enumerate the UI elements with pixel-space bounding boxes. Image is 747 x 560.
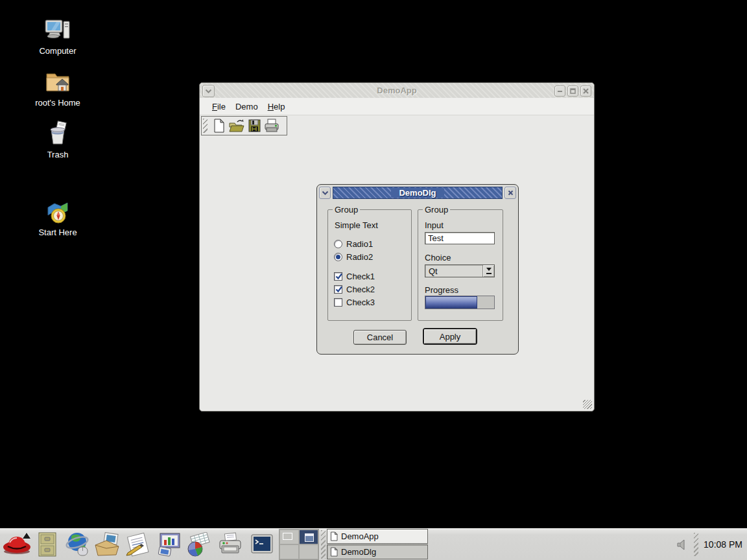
dialog-close-button[interactable] (504, 187, 516, 199)
checkbox-row[interactable]: Check1 (334, 272, 375, 281)
start-here-icon (44, 198, 71, 226)
radio-row[interactable]: Radio2 (334, 252, 373, 262)
progress-bar (425, 296, 495, 309)
spreadsheet-icon (185, 532, 212, 557)
dialog-window-menu-button[interactable] (319, 187, 331, 199)
toolbar-panel (201, 116, 287, 135)
group-legend: Group (333, 205, 360, 215)
desktop-icon-start-here[interactable]: Start Here (25, 198, 90, 237)
desktop: Computer root's Home Trash (0, 0, 747, 560)
desktop-pager (279, 529, 319, 560)
radio-button[interactable] (334, 240, 342, 248)
desktop-icon-computer[interactable]: Computer (25, 17, 90, 56)
pager-desktop-2[interactable] (299, 530, 318, 544)
radio-label: Radio1 (346, 239, 373, 249)
home-folder-icon (44, 69, 71, 96)
launcher-spreadsheet[interactable] (185, 532, 212, 557)
cancel-button[interactable]: Cancel (353, 330, 407, 345)
progress-label: Progress (425, 285, 458, 295)
launcher-file-manager[interactable] (34, 531, 60, 557)
cancel-button-label: Cancel (367, 332, 393, 342)
choice-combobox[interactable]: Qt (425, 264, 495, 277)
toolbar-drag-handle[interactable] (203, 119, 208, 133)
file-cabinet-icon (36, 531, 58, 557)
computer-icon (44, 17, 71, 44)
launcher-email[interactable] (94, 532, 121, 557)
checkbox[interactable] (334, 272, 342, 281)
resize-grip[interactable] (583, 400, 592, 409)
input-field[interactable] (425, 232, 495, 244)
taskbar-drag-handle[interactable] (321, 530, 326, 559)
tray-drag-handle[interactable] (694, 533, 698, 556)
titlebar[interactable]: DemoApp (200, 83, 594, 99)
dialog-demodlg: DemoDlg Group Simple Text Radio1 Radio2 (316, 184, 519, 355)
pager-desktop-4[interactable] (299, 544, 318, 559)
checkbox[interactable] (334, 298, 342, 307)
chevron-down-icon (322, 191, 329, 196)
combobox-dropdown-button[interactable] (482, 265, 494, 277)
web-browser-icon (64, 531, 91, 558)
choice-label: Choice (425, 253, 451, 262)
radio-label: Radio2 (346, 252, 373, 262)
launcher-web-browser[interactable] (64, 531, 91, 558)
open-button[interactable] (228, 117, 245, 134)
desktop-icon-label: Trash (25, 150, 90, 159)
launcher-presentation[interactable] (156, 532, 184, 557)
menu-item[interactable]: Help (264, 100, 289, 113)
radio-row[interactable]: Radio1 (334, 239, 373, 249)
radio-button[interactable] (334, 253, 342, 261)
task-button[interactable]: DemoApp (327, 529, 428, 544)
desktop-icon-trash[interactable]: Trash (25, 121, 90, 159)
checkbox-row[interactable]: Check2 (334, 285, 375, 294)
checkmark-icon (335, 272, 343, 281)
word-processor-icon (124, 531, 154, 558)
volume-tray-icon[interactable] (674, 537, 690, 552)
window-menu-button[interactable] (202, 85, 215, 97)
email-icon (94, 532, 121, 557)
checkbox-label: Check2 (346, 285, 375, 294)
minimize-button[interactable] (554, 86, 565, 97)
task-button[interactable]: DemoDlg (327, 544, 428, 559)
minimize-icon (557, 88, 563, 94)
print-manager-icon (217, 532, 243, 557)
desktop-icon-roots-home[interactable]: root's Home (25, 69, 90, 108)
print-button[interactable] (263, 117, 280, 134)
checkbox-row[interactable]: Check3 (334, 298, 375, 307)
dialog-titlebar[interactable]: DemoDlg (319, 187, 516, 199)
pager-desktop-1[interactable] (279, 530, 299, 544)
print-icon (263, 118, 280, 134)
window-title: DemoApp (200, 83, 594, 98)
menu-item[interactable]: Demo (231, 100, 262, 113)
pager-window-outline (283, 533, 292, 540)
taskbar: DemoApp DemoDlg 10:08 PM (0, 528, 747, 560)
combobox-value: Qt (425, 266, 482, 276)
open-folder-icon (228, 118, 245, 134)
pager-desktop-3[interactable] (279, 544, 299, 559)
new-document-icon (212, 118, 226, 134)
apply-button[interactable]: Apply (423, 328, 477, 345)
launcher-terminal[interactable] (250, 533, 274, 556)
new-document-button[interactable] (210, 117, 228, 134)
launcher-print-manager[interactable] (217, 532, 243, 557)
terminal-icon (250, 533, 274, 556)
task-button-label: DemoApp (341, 531, 379, 541)
desktop-icon-label: Computer (25, 46, 90, 56)
maximize-button[interactable] (567, 86, 578, 97)
checkbox[interactable] (334, 285, 342, 294)
speaker-icon (676, 538, 689, 551)
group-box-left: Group Simple Text Radio1 Radio2 Check1 (327, 209, 412, 321)
presentation-icon (156, 532, 184, 557)
close-icon (583, 88, 589, 94)
checkbox-label: Check1 (346, 272, 375, 281)
launcher-word-processor[interactable] (124, 531, 154, 558)
progress-fill (425, 296, 477, 309)
save-button[interactable] (245, 117, 263, 134)
close-button[interactable] (580, 86, 591, 97)
group-box-right: Group Input Choice Qt Progress (418, 209, 503, 321)
group-legend: Group (423, 205, 450, 215)
checkbox-label: Check3 (346, 298, 375, 307)
menu-item[interactable]: File (208, 100, 230, 113)
panel-arrow-icon[interactable] (23, 529, 30, 539)
apply-button-label: Apply (440, 332, 461, 342)
input-label: Input (425, 220, 444, 230)
